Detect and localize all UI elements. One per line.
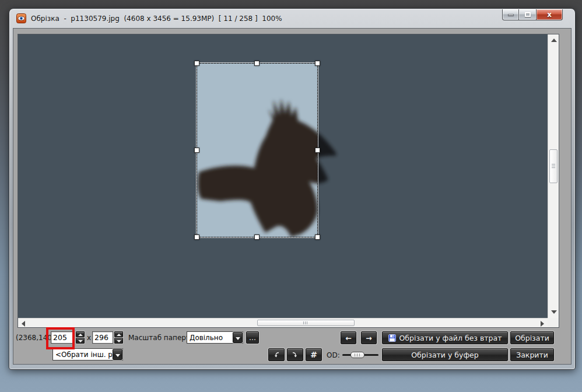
image-viewport xyxy=(17,34,559,328)
scroll-down-icon[interactable] xyxy=(551,310,557,314)
grid-toggle-button[interactable]: # xyxy=(306,348,322,361)
rotate-right-icon xyxy=(292,351,299,358)
scroll-left-icon[interactable] xyxy=(22,321,25,327)
crop-handle-sw[interactable] xyxy=(194,235,199,240)
window-title: Обрізка - p1130579.jpg (4608 x 3456 = 15… xyxy=(31,15,282,23)
crop-height-input[interactable] xyxy=(92,331,113,344)
close-button[interactable]: Закрити xyxy=(510,348,554,361)
left-arrow-icon: ← xyxy=(345,334,351,342)
client-area: (2368,1400) x Масштаб паперу: Довільно .… xyxy=(13,28,572,365)
crop-height-stepper[interactable] xyxy=(114,331,123,344)
paper-scale-dropdown[interactable]: Довільно xyxy=(187,331,243,344)
crop-width-stepper[interactable] xyxy=(76,331,85,344)
width-down-icon[interactable] xyxy=(76,338,85,344)
size-preset-dropdown[interactable]: <Обрати інш. розмір xyxy=(52,348,123,360)
titlebar[interactable]: Обрізка - p1130579.jpg (4608 x 3456 = 15… xyxy=(9,9,575,28)
crop-to-clipboard-button[interactable]: Обрізати у буфер xyxy=(382,348,508,361)
vertical-scroll-thumb[interactable] xyxy=(549,149,558,183)
grid-icon: # xyxy=(310,350,317,359)
rotate-left-button[interactable] xyxy=(268,348,285,361)
next-image-button[interactable]: → xyxy=(361,331,377,344)
minimize-icon xyxy=(508,14,514,16)
horizontal-scroll-thumb[interactable] xyxy=(257,320,355,326)
crop-handle-ne[interactable] xyxy=(315,61,320,66)
paper-scale-value: Довільно xyxy=(187,332,233,343)
crop-selection[interactable] xyxy=(197,63,318,237)
scroll-right-icon[interactable] xyxy=(541,321,544,327)
crop-handle-w[interactable] xyxy=(194,148,199,153)
crop-tool-window: Обрізка - p1130579.jpg (4608 x 3456 = 15… xyxy=(9,8,576,370)
width-up-icon[interactable] xyxy=(76,331,85,337)
crop-handle-se[interactable] xyxy=(315,235,320,240)
crop-handle-n[interactable] xyxy=(254,61,260,66)
window-controls: x xyxy=(502,9,563,20)
horizontal-scrollbar[interactable] xyxy=(18,318,548,327)
crop-dim-overlay-top xyxy=(18,34,548,64)
crop-dim-overlay-left xyxy=(18,64,197,237)
previous-image-button[interactable]: ← xyxy=(341,331,356,344)
desktop: { "titlebar": { "title": "Обрізка - p113… xyxy=(0,0,582,392)
maximize-button[interactable] xyxy=(519,9,536,20)
maximize-icon xyxy=(525,12,531,17)
more-sizes-button[interactable]: ... xyxy=(246,331,259,344)
rotate-left-icon xyxy=(273,351,280,358)
floppy-disk-icon xyxy=(388,334,396,342)
crop-handle-e[interactable] xyxy=(315,148,320,153)
od-label: OD: xyxy=(327,351,340,359)
crop-button[interactable]: Обрізати xyxy=(510,331,554,344)
scroll-up-icon[interactable] xyxy=(551,38,557,42)
crop-to-file-lossless-button[interactable]: Обрізати у файл без втрат xyxy=(382,331,508,344)
rotate-right-button[interactable] xyxy=(287,348,303,361)
paper-scale-dropdown-icon[interactable] xyxy=(233,332,243,343)
od-slider-thumb[interactable] xyxy=(350,352,364,358)
paper-scale-label: Масштаб паперу: xyxy=(128,334,192,342)
close-window-button[interactable]: x xyxy=(536,9,563,20)
height-down-icon[interactable] xyxy=(114,338,123,344)
size-preset-value: <Обрати інш. розмір xyxy=(53,349,113,360)
vertical-scrollbar[interactable] xyxy=(548,34,559,318)
height-up-icon[interactable] xyxy=(114,331,123,337)
crop-handle-nw[interactable] xyxy=(194,61,199,66)
crop-handle-s[interactable] xyxy=(254,235,260,240)
crop-dim-overlay-bottom xyxy=(18,237,548,318)
scrollbar-corner xyxy=(548,318,559,327)
close-icon: x xyxy=(547,11,552,18)
dimension-separator: x xyxy=(87,334,91,342)
crop-to-file-lossless-label: Обрізати у файл без втрат xyxy=(399,334,502,342)
right-arrow-icon: → xyxy=(366,334,371,342)
size-preset-dropdown-icon[interactable] xyxy=(113,349,122,360)
minimize-button[interactable] xyxy=(502,9,519,20)
toolbar: (2368,1400) x Масштаб паперу: Довільно .… xyxy=(13,328,571,366)
photo-canvas[interactable] xyxy=(18,34,548,318)
app-eye-icon xyxy=(16,13,26,23)
annotation-highlight-box xyxy=(46,327,75,349)
crop-dim-overlay-right xyxy=(317,64,548,237)
